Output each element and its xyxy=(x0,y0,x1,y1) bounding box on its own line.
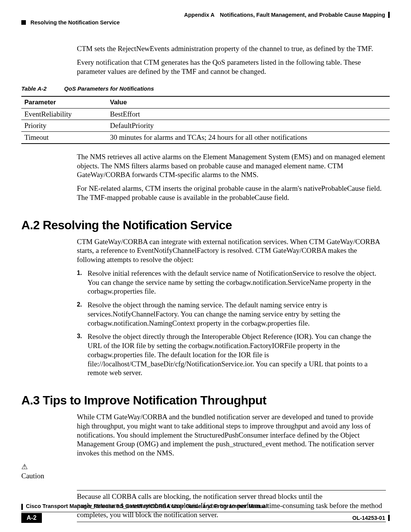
caution-icon: ⚠ xyxy=(21,462,390,471)
intro-p1: CTM sets the RejectNewEvents administrat… xyxy=(77,44,386,53)
cell-value: 30 minutes for alarms and TCAs; 24 hours… xyxy=(107,132,390,144)
appendix-label: Appendix A xyxy=(184,11,215,18)
caution-label: Caution xyxy=(21,471,390,481)
step-number: 3. xyxy=(77,332,82,340)
table-number: Table A-2 xyxy=(21,85,46,92)
step-text: Resolve the object directly through the … xyxy=(88,332,371,377)
appendix-title: Notifications, Fault Management, and Pro… xyxy=(220,11,385,18)
qos-table: Parameter Value EventReliability BestEff… xyxy=(21,96,390,144)
footer-bar-icon xyxy=(21,504,23,510)
list-item: 1. Resolve initial references with the d… xyxy=(77,269,386,296)
header-bar-icon xyxy=(388,12,390,18)
manual-title: Cisco Transport Manager Release 8.5 Gate… xyxy=(26,503,268,510)
intro-p2: Every notification that CTM generates ha… xyxy=(77,58,386,76)
table-title: QoS Parameters for Notifications xyxy=(64,85,154,92)
a3-p1: While CTM GateWay/CORBA and the bundled … xyxy=(77,412,386,458)
after-table-p2: For NE-related alarms, CTM inserts the o… xyxy=(77,184,386,202)
step-text: Resolve the object through the naming se… xyxy=(88,301,340,327)
col-value: Value xyxy=(107,96,390,108)
page-number-badge: A-2 xyxy=(21,513,42,523)
cell-value: BestEffort xyxy=(107,108,390,120)
list-item: 2. Resolve the object through the naming… xyxy=(77,300,386,328)
cell-value: DefaultPriority xyxy=(107,120,390,132)
running-header: Appendix A Notifications, Fault Manageme… xyxy=(21,11,390,18)
cell-param: EventReliability xyxy=(21,108,107,120)
section-marker-icon xyxy=(21,20,26,25)
step-number: 1. xyxy=(77,269,82,277)
heading-a3: A.3 Tips to Improve Notification Through… xyxy=(21,393,390,408)
table-row: Priority DefaultPriority xyxy=(21,120,390,132)
footer-tail-bar-icon xyxy=(388,515,390,521)
section-header-text: Resolving the Notification Service xyxy=(30,19,119,26)
table-row: Timeout 30 minutes for alarms and TCAs; … xyxy=(21,132,390,144)
step-text: Resolve initial references with the defa… xyxy=(88,269,376,296)
doc-number: OL-14253-01 xyxy=(352,514,390,521)
page-footer: Cisco Transport Manager Release 8.5 Gate… xyxy=(21,503,390,523)
cell-param: Priority xyxy=(21,120,107,132)
section-header: Resolving the Notification Service xyxy=(21,19,390,26)
a2-intro: CTM GateWay/CORBA can integrate with ext… xyxy=(77,237,386,264)
col-parameter: Parameter xyxy=(21,96,107,108)
cell-param: Timeout xyxy=(21,132,107,144)
heading-a2: A.2 Resolving the Notification Service xyxy=(21,217,390,233)
table-row: EventReliability BestEffort xyxy=(21,108,390,120)
after-table-p1: The NMS retrieves all active alarms on t… xyxy=(77,152,386,179)
step-number: 2. xyxy=(77,301,82,308)
list-item: 3. Resolve the object directly through t… xyxy=(77,332,386,377)
table-caption: Table A-2 QoS Parameters for Notificatio… xyxy=(21,85,390,93)
a2-steps: 1. Resolve initial references with the d… xyxy=(77,269,386,377)
